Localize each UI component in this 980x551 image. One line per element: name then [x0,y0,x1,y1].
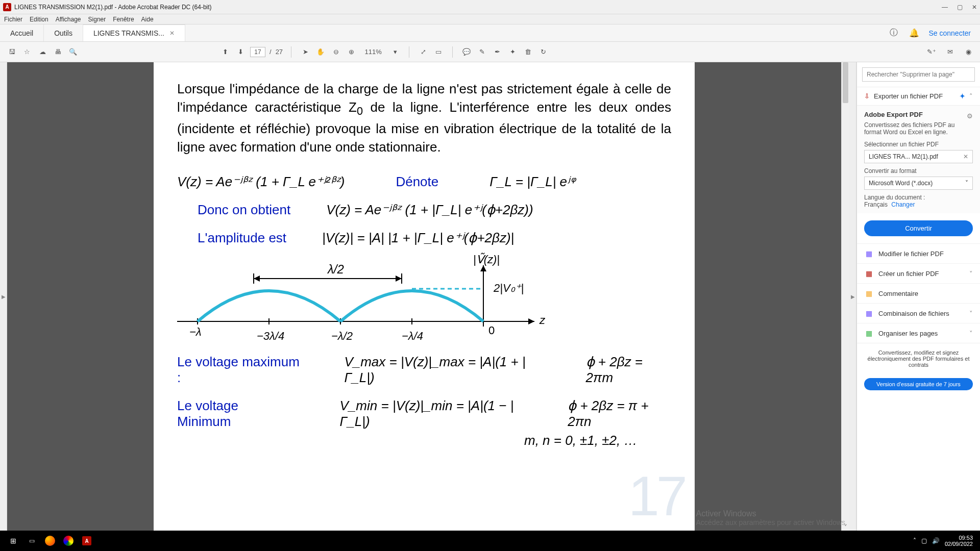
tray-battery-icon[interactable]: ▢ [921,537,927,544]
sidepanel-tool[interactable]: ▦Créer un fichier PDF˅ [857,263,980,283]
scroll-thumb[interactable] [843,62,848,103]
bell-icon[interactable]: 🔔 [909,28,920,39]
taskbar-clock[interactable]: 09:53 02/09/2022 [945,535,976,547]
zoom-in-icon[interactable]: ⊕ [346,46,357,58]
vertical-scrollbar[interactable]: ˄ ˅ [841,62,849,531]
help-icon[interactable]: ⓘ [888,28,899,39]
sign-icon[interactable]: ✒ [492,46,503,58]
minimize-button[interactable]: — [942,4,948,11]
menu-signer[interactable]: Signer [88,16,106,23]
organize-icon: ▦ [864,329,873,338]
svg-text:−λ/2: −λ/2 [331,330,353,342]
pointer-icon[interactable]: ➤ [300,46,311,58]
eq-vmin: V_min = |V(z)|_min = |A|(1 − |Γ_L|) [340,398,535,430]
delete-icon[interactable]: 🗑 [522,46,533,58]
task-view-icon[interactable]: ▭ [22,533,41,549]
page-up-icon[interactable]: ⬆ [219,46,231,58]
search-icon[interactable]: 🔍 [67,46,79,58]
email-icon[interactable]: ✉ [944,46,955,58]
sidepanel-collapse-handle[interactable]: ▶ [849,62,856,531]
page-down-icon[interactable]: ⬇ [235,46,246,58]
gear-icon[interactable]: ⚙ [967,112,973,120]
sidepanel-tool[interactable]: ▦Modifier le fichier PDF [857,243,980,263]
selected-file-field[interactable]: LIGNES TRA... M2(1).pdf✕ [864,150,973,163]
expand-plus-icon[interactable]: ✦ [960,92,965,100]
export-desc: Convertissez des fichiers PDF au format … [864,121,973,136]
paint-icon[interactable] [59,533,78,549]
zoom-value[interactable]: 111% [361,48,385,56]
eq-amp: |V(z)| = |A| |1 + |Γ_L| e⁺ʲ(ϕ+2βz)| [322,230,514,246]
signin-link[interactable]: Se connecter [929,29,971,37]
star-icon[interactable]: ☆ [21,46,33,58]
standing-wave-graph: λ/2 |Ṽ(z)| 2|V₀⁺| z 0 −λ −3λ/4 −λ/2 −λ/… [167,250,555,352]
scroll-down-icon[interactable]: ˅ [842,522,849,531]
read-mode-icon[interactable]: ▭ [433,46,444,58]
svg-marker-3 [480,265,486,271]
window-title: LIGNES TRANSMISSION M2(1).pdf - Adobe Ac… [14,4,212,11]
sidepanel-tool[interactable]: ▦Commentaire [857,283,980,303]
pdf-page: Lorsque l'impédance de la charge de la l… [154,62,695,531]
menu-fichier[interactable]: Fichier [4,16,22,23]
close-button[interactable]: ✕ [972,4,977,11]
eq-vz2: V(z) = Ae⁻ʲᵝᶻ (1 + |Γ_L| e⁺ʲ(ϕ+2βz)) [326,202,533,218]
chevron-down-icon: ˅ [965,180,968,187]
paragraph: Lorsque l'impédance de la charge de la l… [177,80,671,157]
eq-gamma: Γ_L = |Γ_L| eʲᵠ [489,174,575,190]
page-current-input[interactable]: 17 [250,47,265,57]
donc-label: Donc on obtient [198,202,290,218]
lang-change-link[interactable]: Changer [891,201,915,208]
sidepanel-tool[interactable]: ▦Organiser les pages˅ [857,323,980,343]
svg-text:2|V₀⁺|: 2|V₀⁺| [493,282,524,294]
eq-vmax-phase: ϕ + 2βz = 2πm [586,354,671,386]
export-header[interactable]: Exporter un fichier PDF [874,92,943,100]
save-icon[interactable]: 🖫 [6,46,17,58]
zoom-out-icon[interactable]: ⊖ [330,46,341,58]
tab-document[interactable]: LIGNES TRANSMIS...✕ [83,24,185,41]
document-area: Lorsque l'impédance de la charge de la l… [7,62,841,531]
svg-text:z: z [539,314,546,327]
menu-edition[interactable]: Edition [30,16,48,23]
tab-tools[interactable]: Outils [44,24,83,41]
menu-affichage[interactable]: Affichage [56,16,81,23]
comment-bubble-icon[interactable]: 💬 [461,46,472,58]
share-icon[interactable]: ✎⁺ [926,46,937,58]
page-number-watermark: 17 [628,463,684,528]
tab-home[interactable]: Accueil [0,24,44,41]
highlight-icon[interactable]: ✎ [476,46,487,58]
hand-icon[interactable]: ✋ [315,46,326,58]
menu-fenetre[interactable]: Fenêtre [113,16,134,23]
print-icon[interactable]: 🖶 [52,46,63,58]
convert-button[interactable]: Convertir [864,220,973,236]
sidepanel-foot-text: Convertissez, modifiez et signez électro… [857,343,980,374]
firefox-icon[interactable] [41,533,59,549]
chevron-down-icon: ˅ [969,330,973,337]
rotate-icon[interactable]: ↻ [537,46,549,58]
tray-chevron-icon[interactable]: ˄ [913,537,916,544]
acrobat-taskbar-icon[interactable]: A [78,533,96,549]
sidepanel-tool[interactable]: ▦Combinaison de fichiers˅ [857,303,980,323]
clear-file-icon[interactable]: ✕ [963,153,968,160]
account-icon[interactable]: ◉ [963,46,974,58]
left-panel-handle[interactable]: ▶ [0,62,7,531]
svg-marker-1 [528,318,534,324]
trial-button[interactable]: Version d'essai gratuite de 7 jours [864,378,973,390]
eq-vmin-phase: ϕ + 2βz = π + 2πn [568,398,671,430]
fit-width-icon[interactable]: ⤢ [418,46,429,58]
taskbar: ⊞ ▭ A ˄ ▢ 🔊 09:53 02/09/2022 [0,531,980,551]
svg-text:−3λ/4: −3λ/4 [257,330,284,342]
export-box-title: Adobe Export PDF [864,111,923,118]
search-input[interactable] [862,67,975,82]
zoom-dropdown-icon[interactable]: ▾ [389,46,401,58]
format-select[interactable]: Microsoft Word (*.docx)˅ [864,177,973,190]
denote-label: Dénote [396,174,438,190]
tray-sound-icon[interactable]: 🔊 [932,537,940,544]
maximize-button[interactable]: ▢ [957,4,963,11]
tab-close-icon[interactable]: ✕ [169,30,175,37]
stamp-icon[interactable]: ✦ [507,46,518,58]
svg-text:−λ/4: −λ/4 [402,330,423,342]
svg-marker-10 [254,276,260,282]
cloud-icon[interactable]: ☁ [37,46,48,58]
chevron-up-icon[interactable]: ˄ [969,92,973,100]
menu-aide[interactable]: Aide [141,16,154,23]
start-button[interactable]: ⊞ [4,533,22,549]
